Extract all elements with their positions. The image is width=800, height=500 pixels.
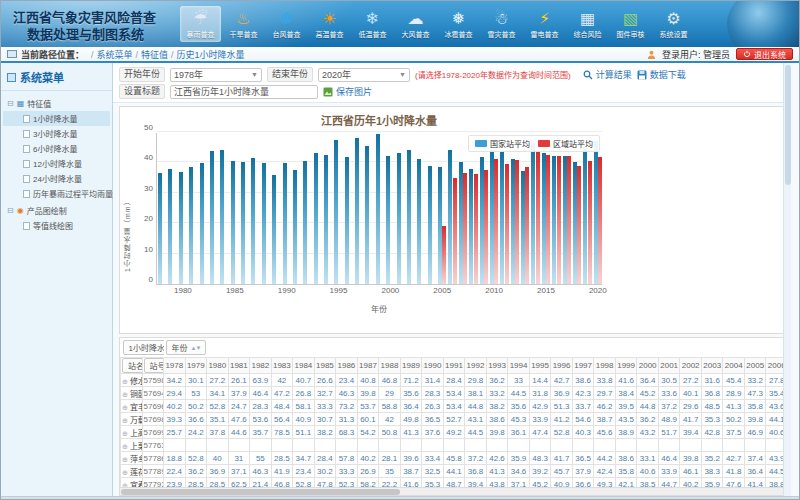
value-cell: 35 [379, 465, 401, 478]
station-name-cell[interactable]: ⊕莲花 [121, 465, 143, 478]
value-cell [680, 439, 702, 452]
tree-leaf[interactable]: 等值线绘图 [3, 218, 110, 233]
bar-national [355, 138, 359, 284]
tree-leaf[interactable]: 6小时降水量 [3, 141, 110, 156]
code-sort-header[interactable]: 站号 ▲▼ [144, 358, 164, 373]
station-name-cell[interactable]: ⊕上栗 [121, 439, 143, 452]
sort-icons[interactable]: ▲▼ [191, 345, 201, 351]
row-expander-icon[interactable]: ⊕ [122, 443, 128, 450]
vertical-scrollbar-thumb[interactable] [785, 65, 791, 185]
year-column-header[interactable]: 2002 [680, 358, 702, 374]
row-expander-icon[interactable]: ⊕ [122, 456, 128, 463]
row-expander-icon[interactable]: ⊕ [122, 391, 128, 398]
legend-item[interactable]: 区域站平均 [538, 138, 593, 149]
breadcrumb-item[interactable]: 历史1小时降水量 [177, 50, 245, 60]
value-cell: 33.2 [744, 374, 766, 387]
year-column-header[interactable]: 2001 [658, 358, 680, 374]
breadcrumb-item[interactable]: 特征值 [141, 50, 168, 60]
value-cell: 22.4 [164, 465, 186, 478]
expander-icon[interactable]: ⊟ [7, 206, 14, 215]
year-column-header[interactable]: 1989 [400, 358, 422, 374]
year-column-header[interactable]: 1980 [207, 358, 229, 374]
row-expander-icon[interactable]: ⊕ [122, 378, 128, 385]
tree-leaf[interactable]: 24小时降水量 [3, 171, 110, 186]
breadcrumb-item[interactable]: 系统菜单 [97, 50, 133, 60]
year-sort-header[interactable]: 年份 ▲▼ [166, 340, 207, 355]
tree-leaf[interactable]: 历年暴雨过程平均雨量 [3, 186, 110, 201]
tree-node-0[interactable]: ⊟▦ 特征值 [3, 96, 110, 111]
value-cell [400, 439, 422, 452]
year-column-header[interactable]: 1984 [293, 358, 315, 374]
year-column-header[interactable]: 1991 [443, 358, 465, 374]
year-column-header[interactable]: 1999 [615, 358, 637, 374]
year-column-header[interactable]: 1985 [314, 358, 336, 374]
year-column-header[interactable]: 1983 [271, 358, 293, 374]
save-image-button[interactable]: 保存图片 [323, 85, 372, 98]
year-column-header[interactable]: 1995 [529, 358, 551, 374]
nav-item-hail[interactable]: ❅ 冰雹普查 [438, 6, 479, 42]
save-disk-icon [637, 70, 647, 80]
data-download-button[interactable]: 数据下载 [637, 68, 686, 81]
nav-item-label: 低温普查 [352, 30, 393, 39]
nav-item-map[interactable]: ▧ 图件审核 [610, 6, 651, 42]
tree-leaf[interactable]: 12小时降水量 [3, 156, 110, 171]
nav-item-settings[interactable]: ⚙ 系统设置 [653, 6, 694, 42]
nav-item-snow[interactable]: ☃ 雪灾普查 [481, 6, 522, 42]
year-column-header[interactable]: 2003 [701, 358, 723, 374]
station-name-cell[interactable]: ⊕宜丰 [121, 400, 143, 413]
year-column-header[interactable]: 1979 [185, 358, 207, 374]
nav-item-heat[interactable]: ☀ 高温普查 [309, 6, 350, 42]
nav-item-typhoon[interactable]: ☸ 台风普查 [266, 6, 307, 42]
nav-item-calculator[interactable]: ▦ 综合风险 [567, 6, 608, 42]
vertical-scrollbar[interactable] [783, 63, 791, 496]
year-column-header[interactable]: 2004 [723, 358, 745, 374]
year-column-header[interactable]: 1986 [336, 358, 358, 374]
station-name-cell[interactable]: ⊕萍乡 [121, 452, 143, 465]
nav-item-wind[interactable]: ☁ 大风普查 [395, 6, 436, 42]
chart-title-input[interactable]: 江西省历年1小时降水量 [170, 85, 318, 99]
nav-item-drought[interactable]: ♨ 干旱普查 [223, 6, 264, 42]
row-expander-icon[interactable]: ⊕ [122, 469, 128, 476]
tree-leaf[interactable]: 3小时降水量 [3, 126, 110, 141]
row-expander-icon[interactable]: ⊕ [122, 417, 128, 424]
value-cell: 26.8 [293, 387, 315, 400]
year-column-header[interactable]: 1994 [508, 358, 530, 374]
start-year-select[interactable]: 1978年▼ [170, 68, 262, 82]
year-column-header[interactable]: 1982 [250, 358, 272, 374]
value-cell: 36.2 [637, 413, 659, 426]
horizontal-scrollbar[interactable] [120, 487, 784, 495]
value-cell [379, 439, 401, 452]
year-column-header[interactable]: 2000 [637, 358, 659, 374]
station-name-cell[interactable]: ⊕上高 [121, 426, 143, 439]
tree-leaf[interactable]: 1小时降水量 [3, 111, 110, 126]
station-name-cell[interactable]: ⊕万载 [121, 413, 143, 426]
tree-node-1[interactable]: ⊟◉ 产品图绘制 [3, 203, 110, 218]
legend-item[interactable]: 国家站平均 [475, 138, 530, 149]
compute-result-button[interactable]: 计算结果 [583, 68, 632, 81]
year-column-header[interactable]: 1992 [465, 358, 487, 374]
nav-item-lightning[interactable]: ⚡ 雷电普查 [524, 6, 565, 42]
end-year-select[interactable]: 2020年▼ [318, 68, 410, 82]
logout-button[interactable]: 退出系统 [736, 48, 793, 60]
year-column-header[interactable]: 2005 [744, 358, 766, 374]
year-column-header[interactable]: 1981 [228, 358, 250, 374]
nav-item-rain[interactable]: ☔ 暴雨普查 [180, 6, 221, 42]
year-column-header[interactable]: 1990 [422, 358, 444, 374]
year-column-header[interactable]: 1998 [594, 358, 616, 374]
station-name-cell[interactable]: ⊕铜鼓 [121, 387, 143, 400]
value-cell: 24.2 [185, 426, 207, 439]
nav-item-cold[interactable]: ❄ 低温普查 [352, 6, 393, 42]
year-column-header[interactable]: 1997 [572, 358, 594, 374]
table-corner-header[interactable]: 1小时降水量(mm) [123, 340, 164, 355]
year-column-header[interactable]: 1978 [164, 358, 186, 374]
row-expander-icon[interactable]: ⊕ [122, 430, 128, 437]
horizontal-scrollbar-thumb[interactable] [121, 489, 400, 495]
year-column-header[interactable]: 1993 [486, 358, 508, 374]
name-sort-header[interactable]: 站名 ▲▼ [122, 358, 142, 373]
year-column-header[interactable]: 1987 [357, 358, 379, 374]
station-name-cell[interactable]: ⊕修水 [121, 374, 143, 387]
row-expander-icon[interactable]: ⊕ [122, 404, 128, 411]
expander-icon[interactable]: ⊟ [7, 99, 14, 108]
year-column-header[interactable]: 1988 [379, 358, 401, 374]
year-column-header[interactable]: 1996 [551, 358, 573, 374]
